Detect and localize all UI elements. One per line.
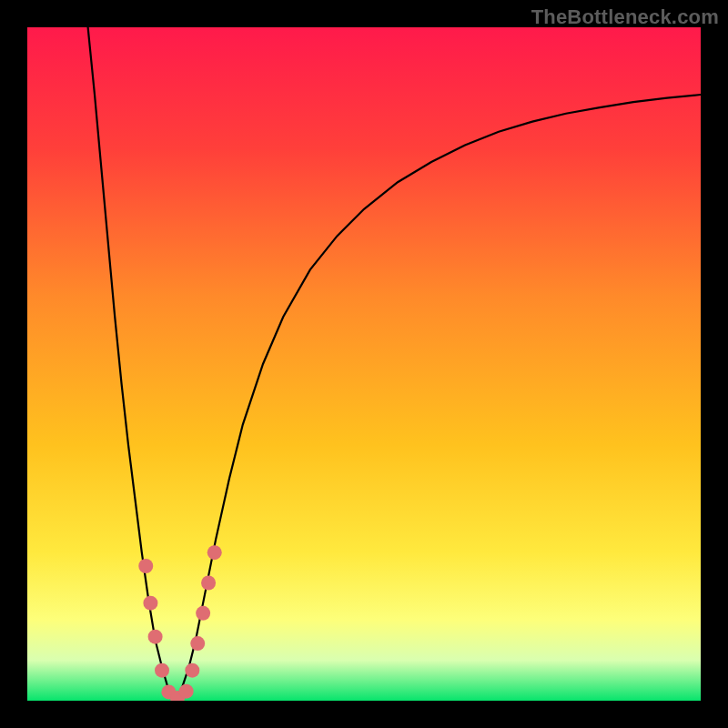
data-bead bbox=[148, 630, 163, 644]
bottleneck-chart bbox=[27, 27, 701, 701]
attribution-label: TheBottleneck.com bbox=[531, 5, 719, 29]
plot-area bbox=[27, 27, 701, 701]
chart-container: TheBottleneck.com bbox=[0, 0, 728, 728]
data-bead bbox=[201, 576, 216, 591]
data-bead bbox=[179, 684, 194, 699]
data-bead bbox=[155, 663, 169, 678]
data-bead bbox=[196, 606, 210, 621]
data-bead bbox=[190, 636, 205, 651]
gradient-background bbox=[27, 27, 701, 701]
data-bead bbox=[207, 545, 222, 560]
data-bead bbox=[138, 559, 153, 573]
data-bead bbox=[143, 596, 157, 611]
data-bead bbox=[185, 663, 199, 678]
